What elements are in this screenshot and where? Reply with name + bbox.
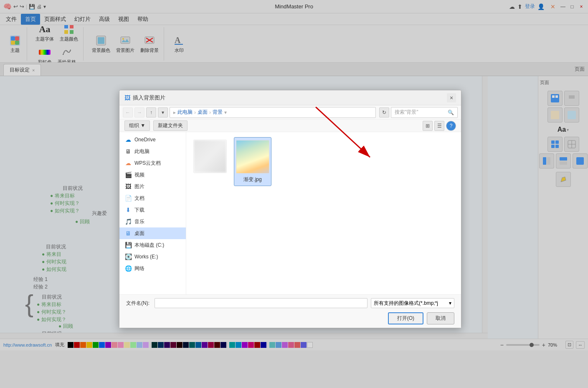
- path-bar[interactable]: ▸ 此电脑 › 桌面 › 背景 ▾: [170, 107, 376, 118]
- view-options: ⊞ ☰ ?: [423, 121, 456, 131]
- red-arrow: [303, 132, 387, 166]
- sidebar-music[interactable]: 🎵 音乐: [119, 216, 186, 227]
- sidebar-onedrive[interactable]: ☁ OneDrive: [119, 134, 186, 146]
- path-dropdown[interactable]: ▾: [224, 110, 227, 115]
- path-pc[interactable]: 此电脑: [177, 109, 193, 116]
- filename-row: 文件名(N): 所有支持的图像格式(*.bmp;*j ▾: [126, 298, 454, 308]
- this-pc-icon: 🖥: [124, 148, 132, 155]
- filetype-select[interactable]: 所有支持的图像格式(*.bmp;*j ▾: [371, 298, 454, 308]
- dialog-icon: 🖼: [124, 94, 130, 101]
- view-detail-btn[interactable]: ☰: [434, 121, 444, 131]
- path-sep1: ›: [194, 110, 196, 115]
- dialog-sidebar: ☁ OneDrive 🖥 此电脑 ☁ WPS云文档 🎬 视频: [119, 132, 186, 294]
- dialog-title-text: 插入背景图片: [133, 94, 165, 102]
- music-icon: 🎵: [124, 218, 132, 225]
- sidebar-network[interactable]: 🌐 网络: [119, 263, 186, 274]
- sidebar-music-label: 音乐: [134, 218, 144, 225]
- view-mode-btn[interactable]: ⊞: [423, 121, 433, 131]
- path-desktop[interactable]: 桌面: [198, 109, 208, 116]
- search-placeholder: 搜索"背景": [395, 109, 418, 116]
- search-icon: 🔍: [448, 110, 454, 115]
- sidebar-local-c[interactable]: 💾 本地磁盘 (C:): [119, 239, 186, 251]
- sidebar-desktop-label: 桌面: [134, 230, 144, 237]
- organize-btn[interactable]: 组织 ▼: [124, 120, 150, 131]
- dialog-title: 🖼 插入背景图片: [124, 94, 165, 102]
- blurred-thumb: [193, 140, 227, 173]
- help-btn[interactable]: ?: [446, 121, 456, 131]
- sidebar-video[interactable]: 🎬 视频: [119, 169, 186, 181]
- gradient-thumb: [236, 140, 269, 174]
- sidebar-desktop[interactable]: 🖥 桌面: [119, 227, 186, 239]
- desktop-icon: 🖥: [124, 230, 132, 237]
- filetype-label: 所有支持的图像格式(*.bmp;*j: [374, 300, 438, 307]
- dialog-titlebar: 🖼 插入背景图片 ×: [119, 90, 461, 105]
- wps-icon: ☁: [124, 159, 132, 167]
- onedrive-icon: ☁: [124, 136, 132, 143]
- filetype-chevron: ▾: [449, 300, 451, 306]
- sidebar-network-label: 网络: [134, 265, 144, 272]
- dialog-body: ☁ OneDrive 🖥 此电脑 ☁ WPS云文档 🎬 视频: [119, 132, 461, 294]
- downloads-icon: ⬇: [124, 206, 132, 214]
- cancel-button[interactable]: 取消: [427, 312, 454, 324]
- sidebar-this-pc-label: 此电脑: [134, 148, 150, 155]
- sidebar-works-e[interactable]: 💽 Works (E:): [119, 251, 186, 263]
- filename-input[interactable]: [155, 298, 368, 308]
- footer-buttons: 打开(O) 取消: [126, 312, 454, 324]
- network-icon: 🌐: [124, 265, 132, 272]
- disk-c-icon: 💾: [124, 241, 132, 249]
- dialog-close-btn[interactable]: ×: [447, 93, 456, 102]
- new-folder-btn[interactable]: 新建文件夹: [153, 120, 188, 131]
- sidebar-wps-label: WPS云文档: [134, 160, 161, 167]
- pictures-icon: 🖼: [124, 183, 132, 190]
- open-button[interactable]: 打开(O): [388, 312, 423, 324]
- dialog-footer: 文件名(N): 所有支持的图像格式(*.bmp;*j ▾ 打开(O) 取消: [119, 294, 461, 328]
- nav-recent-btn[interactable]: ▾: [158, 107, 168, 117]
- sidebar-documents-label: 文档: [134, 195, 144, 202]
- nav-forward-btn[interactable]: →: [134, 107, 144, 117]
- search-box[interactable]: 搜索"背景" 🔍: [391, 107, 458, 118]
- sidebar-wps[interactable]: ☁ WPS云文档: [119, 157, 186, 169]
- disk-e-icon: 💽: [124, 253, 132, 260]
- sidebar-downloads-label: 下载: [134, 207, 144, 214]
- path-separator-icon: ▸: [173, 110, 176, 115]
- file-item-blurred[interactable]: [191, 137, 229, 186]
- filename-label: 文件名(N):: [126, 300, 151, 307]
- video-icon: 🎬: [124, 171, 132, 179]
- dialog-actions: 组织 ▼ 新建文件夹 ⊞ ☰ ?: [119, 120, 461, 132]
- file-dialog: 🖼 插入背景图片 × ← → ↑ ▾ ▸ 此电脑 › 桌面 › 背景 ▾ ↻ 搜…: [119, 90, 461, 328]
- sidebar-pictures-label: 图片: [134, 183, 144, 190]
- dialog-nav: ← → ↑ ▾ ▸ 此电脑 › 桌面 › 背景 ▾ ↻ 搜索"背景" 🔍: [119, 105, 461, 120]
- sidebar-downloads[interactable]: ⬇ 下载: [119, 204, 186, 216]
- nav-refresh-btn[interactable]: ↻: [379, 107, 389, 117]
- sidebar-local-c-label: 本地磁盘 (C:): [134, 242, 164, 249]
- path-current[interactable]: 背景: [213, 109, 223, 116]
- sidebar-works-e-label: Works (E:): [134, 254, 158, 260]
- sidebar-onedrive-label: OneDrive: [134, 137, 156, 143]
- path-sep2: ›: [209, 110, 211, 115]
- sidebar-documents[interactable]: 📄 文档: [119, 192, 186, 204]
- file-item-gradient[interactable]: 渐变.jpg: [234, 137, 271, 186]
- sidebar-this-pc[interactable]: 🖥 此电脑: [119, 146, 186, 157]
- nav-up-btn[interactable]: ↑: [146, 107, 156, 117]
- sidebar-video-label: 视频: [134, 171, 144, 179]
- sidebar-pictures[interactable]: 🖼 图片: [119, 181, 186, 192]
- dialog-files[interactable]: 渐变.jpg: [186, 132, 461, 294]
- gradient-file-label: 渐变.jpg: [243, 176, 261, 183]
- dialog-overlay: 🖼 插入背景图片 × ← → ↑ ▾ ▸ 此电脑 › 桌面 › 背景 ▾ ↻ 搜…: [0, 0, 588, 388]
- nav-back-btn[interactable]: ←: [123, 107, 133, 117]
- documents-icon: 📄: [124, 194, 132, 202]
